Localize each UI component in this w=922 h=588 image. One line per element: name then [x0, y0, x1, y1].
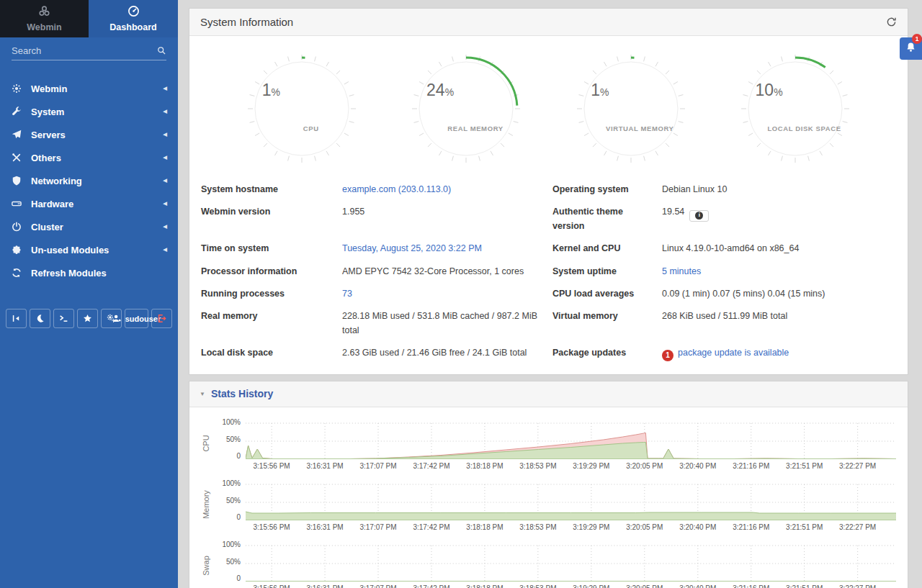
info-value: Debian Linux 10: [662, 178, 896, 201]
info-label: Operating system: [552, 178, 662, 201]
bell-icon: [905, 42, 916, 55]
chevron-left-icon: ◀: [164, 224, 167, 230]
stats-history-header[interactable]: ▼ Stats History: [189, 381, 908, 407]
info-label: Webmin version: [201, 201, 342, 238]
refresh-button[interactable]: [886, 17, 897, 27]
sidebar-item-servers[interactable]: Servers ◀: [0, 123, 178, 146]
x-tick-label: 3:19:29 PM: [573, 523, 609, 531]
info-label: Package updates: [552, 342, 662, 366]
table-row: Running processes 73 CPU load averages 0…: [201, 283, 896, 305]
info-link[interactable]: 5 minutes: [662, 266, 701, 276]
table-row: Processor information AMD EPYC 7542 32-C…: [201, 261, 896, 283]
info-link[interactable]: 73: [342, 289, 352, 299]
search-icon: [157, 46, 166, 55]
info-value: AMD EPYC 7542 32-Core Processor, 1 cores: [342, 261, 552, 283]
x-tick-label: 3:16:31 PM: [306, 462, 343, 470]
x-tick-label: 3:16:31 PM: [306, 523, 343, 531]
sidebar-item-webmin[interactable]: Webmin ◀: [0, 77, 178, 100]
tab-webmin[interactable]: Webmin: [0, 0, 89, 37]
gauge-value: 1%: [591, 81, 609, 100]
gauge-real-memory: 24% REAL MEMORY: [409, 52, 523, 166]
chevron-left-icon: ◀: [164, 178, 167, 184]
gauge-virtual-memory: 1% VIRTUAL MEMORY: [574, 52, 688, 166]
x-tick-label: 3:20:05 PM: [626, 462, 663, 470]
main-content: System Information 1% CPU 24% REAL MEMOR…: [178, 0, 922, 588]
sidebar-item-others[interactable]: Others ◀: [0, 146, 178, 169]
x-tick-label: 3:20:05 PM: [626, 523, 663, 531]
star-button[interactable]: [77, 309, 98, 328]
info-link[interactable]: Tuesday, August 25, 2020 3:22 PM: [342, 243, 482, 253]
sidebar-item-refresh-modules[interactable]: Refresh Modules ◀: [0, 261, 178, 284]
table-row: Time on system Tuesday, August 25, 2020 …: [201, 238, 896, 260]
user-icon: [112, 314, 122, 323]
x-tick-label: 3:21:51 PM: [786, 584, 823, 588]
x-tick-label: 3:17:42 PM: [413, 523, 449, 531]
chevron-left-icon: ◀: [164, 86, 167, 91]
x-tick-label: 3:19:29 PM: [573, 584, 609, 588]
search-input[interactable]: [12, 45, 157, 56]
logout-icon: [157, 314, 166, 323]
x-tick-label: 3:19:29 PM: [573, 462, 609, 470]
tab-dashboard-label: Dashboard: [109, 22, 156, 32]
x-tick-label: 3:17:42 PM: [413, 462, 449, 470]
x-tick-label: 3:21:16 PM: [733, 523, 769, 531]
gauge-local-disk-space: 10% LOCAL DISK SPACE: [738, 52, 852, 166]
sidebar-search: [0, 37, 178, 68]
system-information-panel: System Information 1% CPU 24% REAL MEMOR…: [189, 9, 908, 374]
user-button[interactable]: sudouser: [125, 309, 148, 328]
sidebar-item-hardware[interactable]: Hardware ◀: [0, 192, 178, 215]
terminal-button[interactable]: [53, 309, 74, 328]
logout-button[interactable]: [151, 309, 172, 328]
notifications-button[interactable]: 1: [900, 37, 922, 60]
theme-info-button[interactable]: i: [689, 210, 709, 222]
info-label: Real memory: [201, 305, 342, 342]
x-tick-label: 3:15:56 PM: [254, 584, 290, 588]
refresh-icon: [11, 268, 22, 278]
gauge-value: 10%: [756, 81, 783, 100]
gauge-cpu: 1% CPU: [245, 52, 359, 166]
info-link[interactable]: example.com (203.0.113.0): [342, 184, 451, 194]
gauge-label: LOCAL DISK SPACE: [761, 125, 847, 132]
collapse-sidebar-icon: [12, 314, 21, 323]
table-row: Webmin version 1.955 Authentic theme ver…: [201, 201, 896, 238]
chart-x-ticks: 3:15:56 PM3:16:31 PM3:17:07 PM3:17:42 PM…: [246, 523, 896, 534]
table-row: Real memory 228.18 MiB used / 531.8 MiB …: [201, 305, 896, 342]
info-label: Virtual memory: [552, 305, 662, 342]
chart-memory: Memory 100% 50% 0 3:15:56 PM3:16:31 PM3:…: [197, 481, 908, 534]
x-tick-label: 3:15:56 PM: [254, 523, 290, 531]
chart-y-axis-title: CPU: [202, 435, 210, 451]
notification-count-badge: 1: [912, 34, 922, 44]
x-tick-label: 3:22:27 PM: [839, 462, 876, 470]
info-link[interactable]: package update is available: [678, 348, 789, 358]
sidebar-item-system[interactable]: System ◀: [0, 100, 178, 123]
puzzle-icon: [11, 245, 22, 255]
stats-charts: CPU 100% 50% 0 3:15:56 PM3:16:31 PM3:17:…: [189, 407, 908, 588]
x-tick-label: 3:21:51 PM: [786, 523, 823, 531]
collapse-sidebar-button[interactable]: [6, 309, 27, 328]
info-label: Running processes: [201, 283, 342, 305]
sidebar-item-cluster[interactable]: Cluster ◀: [0, 215, 178, 238]
info-value: 1package update is available: [662, 342, 896, 366]
chart-plot: [246, 420, 896, 459]
info-value: 268 KiB used / 511.99 MiB total: [662, 305, 896, 342]
moon-button[interactable]: [30, 309, 50, 328]
sidebar-item-networking[interactable]: Networking ◀: [0, 169, 178, 192]
chart-y-axis-title: Swap: [202, 556, 210, 576]
info-value: Tuesday, August 25, 2020 3:22 PM: [342, 238, 552, 260]
info-label: System uptime: [552, 261, 662, 283]
wrench-icon: [11, 107, 22, 117]
x-tick-label: 3:18:53 PM: [519, 462, 556, 470]
x-tick-label: 3:22:27 PM: [839, 523, 876, 531]
sidebar-item-un-used-modules[interactable]: Un-used Modules ◀: [0, 238, 178, 261]
info-label: System hostname: [201, 178, 342, 201]
chart-plot: [246, 543, 896, 582]
tab-dashboard[interactable]: Dashboard: [89, 0, 178, 37]
x-tick-label: 3:18:18 PM: [466, 523, 503, 531]
stats-history-title: Stats History: [211, 388, 273, 399]
x-tick-label: 3:22:27 PM: [839, 584, 876, 588]
gauge-label: REAL MEMORY: [432, 125, 519, 132]
x-tick-label: 3:20:05 PM: [626, 584, 663, 588]
x-tick-label: 3:17:07 PM: [359, 462, 396, 470]
table-row: Local disk space 2.63 GiB used / 21.46 G…: [201, 342, 896, 366]
chart-y-ticks: 100% 50% 0: [215, 481, 246, 520]
